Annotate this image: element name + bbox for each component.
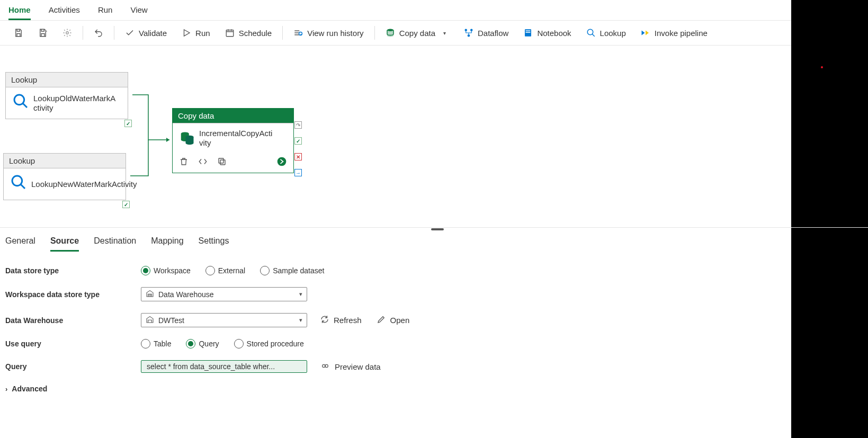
refresh-button[interactable]: Refresh (320, 315, 362, 326)
pipeline-canvas[interactable]: Lookup LookupOldWaterMarkActivity ✓ Look… (0, 46, 868, 228)
open-button[interactable]: Open (377, 315, 410, 326)
code-icon[interactable] (198, 157, 208, 168)
top-tab-strip: Home Activities Run View (0, 0, 868, 20)
schedule-button[interactable]: Schedule (218, 25, 280, 41)
node-copy-header: Copy data (173, 109, 293, 123)
save-icon (14, 28, 23, 38)
trash-icon[interactable] (179, 157, 189, 168)
check-icon (125, 28, 135, 38)
run-label: Run (195, 29, 210, 38)
notebook-label: Notebook (537, 29, 571, 38)
invoke-label: Invoke pipeline (655, 29, 708, 38)
lookup-label: Lookup (600, 29, 626, 38)
svg-rect-15 (219, 158, 223, 163)
radio-table-label: Table (154, 339, 171, 348)
copydata-button[interactable]: Copy data▾ (378, 25, 457, 41)
node-port-completion[interactable]: → (294, 169, 302, 176)
database-icon (179, 130, 195, 147)
advanced-toggle[interactable]: › Advanced (5, 385, 863, 393)
node-port-success[interactable]: ✓ (124, 120, 132, 127)
svg-point-18 (325, 364, 328, 367)
run-button[interactable]: Run (174, 25, 218, 41)
svg-point-5 (468, 34, 470, 37)
notebook-icon (523, 28, 533, 38)
settings-button[interactable] (55, 25, 79, 41)
node-lookup-old-name: LookupOldWaterMarkActivity (33, 94, 118, 113)
connector-new-to-copy (130, 140, 175, 182)
notebook-button[interactable]: Notebook (516, 25, 578, 41)
play-icon (182, 28, 191, 38)
radio-query[interactable]: Query (186, 339, 219, 348)
calendar-icon (225, 28, 235, 38)
separator (374, 26, 375, 40)
radio-external[interactable]: External (205, 266, 245, 275)
validate-button[interactable]: Validate (118, 25, 174, 41)
radio-sample[interactable]: Sample dataset (260, 266, 324, 275)
chevron-down-icon: ▾ (440, 28, 449, 38)
label-ws-type: Workspace data store type (5, 290, 141, 299)
open-label: Open (390, 316, 410, 325)
node-copy-data[interactable]: Copy data IncrementalCopyActivity ↷ ✓ ✕ … (172, 108, 294, 173)
pencil-icon (377, 315, 386, 326)
invoke-button[interactable]: Invoke pipeline (633, 25, 715, 41)
tab-general[interactable]: General (5, 234, 35, 252)
undo-button[interactable] (86, 25, 111, 41)
schedule-label: Schedule (239, 29, 272, 38)
node-lookup-new-name: LookupNewWaterMarkActivity (31, 180, 116, 189)
svg-point-16 (278, 157, 287, 166)
dataflow-button[interactable]: Dataflow (457, 25, 516, 41)
node-copy-name: IncrementalCopyActivity (199, 129, 273, 148)
svg-point-4 (470, 29, 473, 32)
node-lookup-new[interactable]: Lookup LookupNewWaterMarkActivity ✓ (3, 153, 126, 200)
radio-table[interactable]: Table (141, 339, 171, 348)
lookup-button[interactable]: Lookup (579, 25, 633, 41)
svg-rect-14 (220, 160, 225, 165)
save-as-button[interactable] (31, 25, 55, 41)
properties-tab-strip: General Source Destination Mapping Setti… (5, 234, 863, 252)
node-lookup-old-header: Lookup (6, 73, 128, 87)
label-data-store-type: Data store type (5, 266, 141, 275)
copy-icon[interactable] (217, 157, 227, 168)
tab-source[interactable]: Source (50, 234, 79, 252)
node-port-success[interactable]: ✓ (294, 137, 302, 145)
save-button[interactable] (6, 25, 31, 41)
history-icon (293, 28, 303, 38)
label-use-query: Use query (5, 339, 141, 348)
tab-run[interactable]: Run (98, 3, 113, 20)
tab-view[interactable]: View (130, 3, 147, 20)
label-query: Query (5, 362, 141, 371)
node-port-success[interactable]: ✓ (122, 201, 130, 208)
arrow-circle-icon[interactable] (276, 156, 287, 168)
query-input[interactable]: select * from data_source_table wher... (141, 360, 307, 373)
tab-settings[interactable]: Settings (199, 234, 229, 252)
tab-mapping[interactable]: Mapping (151, 234, 183, 252)
chevron-down-icon: ▾ (299, 317, 302, 324)
panel-resize-handle[interactable] (431, 228, 444, 230)
select-dw[interactable]: DWTest ▾ (141, 313, 307, 327)
save-as-icon (38, 28, 48, 38)
node-port-fail[interactable]: ✕ (294, 153, 302, 160)
history-label: View run history (307, 29, 363, 38)
node-lookup-old[interactable]: Lookup LookupOldWaterMarkActivity ✓ (5, 72, 128, 119)
svg-rect-8 (526, 32, 531, 33)
tab-home[interactable]: Home (8, 3, 31, 20)
preview-button[interactable]: Preview data (320, 362, 381, 372)
label-dw: Data Warehouse (5, 316, 141, 325)
tab-activities[interactable]: Activities (49, 3, 80, 20)
tab-destination[interactable]: Destination (94, 234, 136, 252)
select-ws-type[interactable]: Data Warehouse ▾ (141, 287, 307, 301)
refresh-label: Refresh (334, 316, 362, 325)
node-copy-footer (173, 153, 293, 173)
radio-workspace[interactable]: Workspace (141, 266, 191, 275)
select-dw-value: DWTest (158, 316, 184, 325)
svg-point-11 (12, 176, 22, 186)
undo-icon (94, 28, 103, 38)
node-port-skip[interactable]: ↷ (294, 121, 302, 129)
view-history-button[interactable]: View run history (286, 25, 371, 41)
advanced-label: Advanced (12, 385, 47, 393)
radio-sproc[interactable]: Stored procedure (234, 339, 304, 348)
gear-icon (62, 28, 72, 38)
chevron-right-icon: › (5, 385, 7, 393)
chevron-down-icon: ▾ (299, 291, 302, 298)
svg-point-9 (587, 29, 593, 35)
